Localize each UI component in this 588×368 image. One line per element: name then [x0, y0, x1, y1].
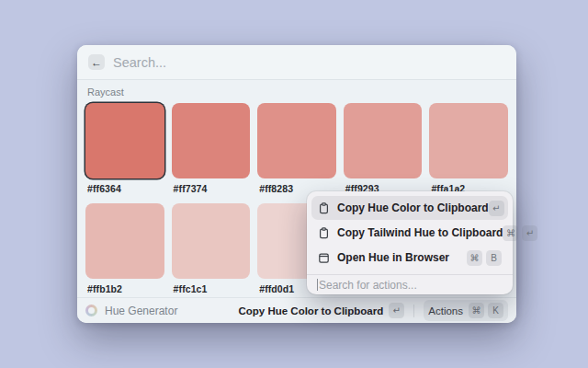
- desktop: { "header": { "back_icon": "arrow-left",…: [0, 0, 588, 368]
- text-cursor: [317, 279, 318, 291]
- primary-action-button[interactable]: Copy Hue Color to Clipboard: [238, 305, 383, 316]
- actions-popup-items: Copy Hue Color to Clipboard ↵ Copy Tailw…: [307, 191, 513, 274]
- color-swatch[interactable]: [85, 103, 164, 178]
- menu-item-open-in-browser[interactable]: Open Hue in Browser ⌘ B: [311, 246, 508, 270]
- menu-item-label: Open Hue in Browser: [337, 251, 449, 264]
- actions-label: Actions: [428, 305, 463, 316]
- actions-search-placeholder: Search for actions...: [319, 279, 417, 292]
- swatch-cell[interactable]: #ff9293: [344, 103, 423, 194]
- search-input[interactable]: Search...: [113, 55, 166, 70]
- swatch-hex-label: #ff6364: [87, 183, 164, 194]
- swatch-cell[interactable]: #ff7374: [172, 103, 251, 194]
- menu-item-label: Copy Tailwind Hue to Clipboard: [337, 226, 503, 239]
- arrow-left-icon: ←: [91, 57, 102, 68]
- clipboard-icon: [318, 227, 330, 239]
- b-key-badge: B: [486, 250, 502, 266]
- browser-icon: [318, 252, 330, 264]
- return-key-badge: ↵: [389, 303, 404, 318]
- menu-item-copy-tailwind-hue[interactable]: Copy Tailwind Hue to Clipboard ⌘ ↵: [311, 221, 508, 245]
- swatch-cell[interactable]: #ffa1a2: [429, 103, 508, 194]
- menu-item-shortcut: ↵: [489, 201, 504, 216]
- hue-generator-icon: [85, 305, 97, 316]
- return-key-badge: ↵: [522, 225, 537, 241]
- raycast-window: ← Search... Raycast #ff6364 #ff7374 #ff8…: [77, 45, 516, 323]
- footer-actions: Copy Hue Color to Clipboard ↵ Actions ⌘ …: [238, 300, 508, 321]
- color-swatch[interactable]: [344, 103, 423, 178]
- swatch-cell[interactable]: #ff8283: [257, 103, 336, 194]
- actions-button[interactable]: Actions ⌘ K: [424, 300, 508, 321]
- color-swatch[interactable]: [172, 203, 251, 279]
- color-swatch[interactable]: [429, 103, 508, 178]
- swatch-cell[interactable]: #ffb1b2: [85, 203, 164, 294]
- extension-name: Hue Generator: [105, 305, 177, 317]
- status-bar: Hue Generator Copy Hue Color to Clipboar…: [77, 297, 516, 323]
- cmd-key-badge: ⌘: [503, 225, 518, 241]
- return-key-badge: ↵: [489, 201, 504, 216]
- menu-item-shortcut: ⌘ B: [467, 250, 502, 266]
- swatch-hex-label: #ffc1c1: [174, 283, 251, 294]
- swatch-hex-label: #ffb1b2: [87, 283, 164, 294]
- section-label: Raycast: [87, 86, 508, 98]
- color-swatch[interactable]: [172, 103, 251, 178]
- color-swatch[interactable]: [257, 103, 336, 178]
- cmd-key-badge: ⌘: [467, 250, 482, 266]
- menu-item-label: Copy Hue Color to Clipboard: [337, 201, 489, 214]
- swatch-hex-label: #ff7374: [174, 183, 251, 194]
- footer-divider: [413, 305, 414, 317]
- k-key-badge: K: [488, 303, 503, 318]
- clipboard-icon: [318, 202, 330, 214]
- color-swatch[interactable]: [85, 203, 164, 279]
- cmd-key-badge: ⌘: [469, 303, 484, 318]
- actions-popup: Copy Hue Color to Clipboard ↵ Copy Tailw…: [307, 191, 513, 294]
- search-bar: ← Search...: [77, 45, 516, 80]
- swatch-cell[interactable]: #ff6364: [85, 103, 164, 194]
- back-button[interactable]: ←: [88, 54, 105, 70]
- swatch-cell[interactable]: #ffc1c1: [172, 203, 251, 294]
- menu-item-shortcut: ⌘ ↵: [503, 225, 537, 241]
- menu-item-copy-hue-color[interactable]: Copy Hue Color to Clipboard ↵: [311, 196, 508, 220]
- actions-search-field[interactable]: Search for actions...: [307, 274, 513, 294]
